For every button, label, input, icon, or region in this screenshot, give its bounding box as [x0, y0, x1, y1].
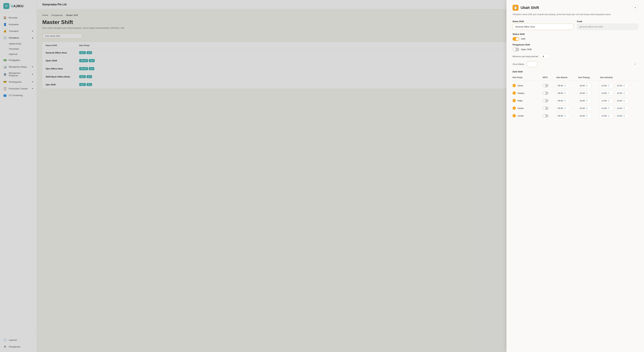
clock-icon: 🕐 [586, 107, 588, 109]
jam-pulang-field[interactable]: 18.00 🕐 [578, 83, 591, 88]
jam-pulang-field[interactable]: 18.00 🕐 [578, 91, 591, 96]
istirahat-start-field[interactable]: 12.00 🕐 [600, 98, 613, 103]
schedule-row: ✓ Selasa 09.00 🕐 18.00 🕐 12.00 🕐 [512, 90, 638, 97]
nama-shift-input[interactable] [512, 24, 574, 30]
modal-ubah-shift: 📋 Ubah Shift ✕ Tentukan nama shift, jam … [506, 0, 644, 352]
kode-label: Kode [577, 20, 638, 23]
wfo-toggle[interactable] [543, 92, 548, 95]
istirahat-start-field[interactable]: 12.00 🕐 [600, 106, 613, 111]
jam-pulang-senin: 18.00 🕐 [578, 83, 600, 88]
dash: - [614, 100, 614, 102]
istirahat-senin: 12.00 🕐 - 13.00 🕐 [600, 83, 633, 88]
day-check-selasa: ✓ Selasa [512, 92, 543, 95]
istirahat-end-field[interactable]: 13.00 🕐 [615, 106, 628, 111]
nama-shift-group: Nama Shift [512, 20, 574, 30]
wfo-toggle[interactable] [543, 99, 548, 102]
schedule-rows-container: ✓ Senin 09.00 🕐 18.00 🕐 12.00 🕐 [512, 82, 638, 120]
min-jam-row: Minimum jam kerja perhari [512, 54, 638, 59]
detil-shift-section: Detil Shift Hari Kerja WFO Jam Masuk Jam… [512, 70, 638, 120]
status-toggle-row: Aktif [512, 37, 638, 41]
modal-shift-icon: 📋 [512, 5, 518, 11]
istirahat-selasa: 12.00 🕐 - 13.00 🕐 [600, 91, 633, 96]
wfo-toggle[interactable] [543, 114, 548, 118]
clock-icon: 🕐 [564, 84, 566, 87]
day-check-rabu: ✓ Rabu [512, 99, 543, 102]
day-checkbox-senin[interactable]: ✓ [512, 84, 516, 87]
dash: - [614, 84, 614, 87]
col-hari-kerja: Hari Kerja [512, 76, 543, 79]
day-name: Jumat [518, 114, 524, 117]
day-checkbox-rabu[interactable]: ✓ [512, 99, 516, 102]
dash: - [614, 107, 614, 109]
jam-masuk-field[interactable]: 09.00 🕐 [556, 98, 570, 103]
istirahat-start-field[interactable]: 12.00 🕐 [600, 91, 613, 96]
nama-shift-label: Nama Shift [512, 20, 574, 23]
day-check-senin: ✓ Senin [512, 84, 543, 87]
istirahat-end-field[interactable]: 13.00 🕐 [615, 91, 628, 96]
istirahat-end-field[interactable]: 13.00 🕐 [615, 98, 628, 103]
istirahat-end-field[interactable]: 13.00 🕐 [615, 113, 628, 118]
day-name: Kamis [518, 107, 524, 110]
open-shift-toggle[interactable] [512, 48, 519, 51]
jam-pulang-field[interactable]: 18.00 🕐 [578, 106, 591, 111]
zona-waktu-select[interactable]: WIB WITA WIT [527, 61, 537, 67]
clock-icon: 🕐 [564, 100, 566, 102]
istirahat-rabu: 12.00 🕐 - 13.00 🕐 [600, 98, 633, 103]
jam-pulang-selasa: 18.00 🕐 [578, 91, 600, 96]
jam-masuk-field[interactable]: 09.00 🕐 [556, 83, 570, 88]
jam-masuk-selasa: 09.00 🕐 [556, 91, 578, 96]
wfo-toggle-senin [543, 84, 556, 87]
jam-masuk-field[interactable]: 09.00 🕐 [556, 113, 570, 118]
clock-icon: 🕐 [623, 100, 625, 102]
min-jam-input[interactable] [540, 54, 549, 59]
day-name: Senin [518, 84, 523, 87]
toggle-knob [543, 92, 546, 94]
clock-icon: 🕐 [564, 92, 566, 94]
clock-icon: 🕐 [608, 84, 610, 87]
toggle-knob [543, 100, 546, 102]
schedule-row: ✓ Rabu 09.00 🕐 18.00 🕐 12.00 🕐 - [512, 97, 638, 104]
toggle-knob [516, 38, 519, 40]
col-wfo: WFO [543, 76, 556, 79]
clock-icon: 🕐 [586, 84, 588, 87]
jam-masuk-jumat: 09.00 🕐 [556, 113, 578, 118]
clock-icon: 🕐 [586, 92, 588, 94]
status-toggle[interactable] [512, 37, 519, 41]
clock-icon: 🕐 [586, 115, 588, 117]
wfo-toggle-selasa [543, 92, 556, 95]
istirahat-start-field[interactable]: 12.00 🕐 [600, 83, 613, 88]
jam-masuk-senin: 09.00 🕐 [556, 83, 578, 88]
jam-masuk-rabu: 09.00 🕐 [556, 98, 578, 103]
day-check-kamis: ✓ Kamis [512, 106, 543, 110]
jam-pulang-field[interactable]: 18.00 🕐 [578, 113, 591, 118]
jam-pulang-rabu: 18.00 🕐 [578, 98, 600, 103]
day-checkbox-kamis[interactable]: ✓ [512, 106, 516, 110]
min-jam-label: Minimum jam kerja perhari [512, 55, 538, 58]
istirahat-start-field[interactable]: 12.00 🕐 [600, 113, 613, 118]
istirahat-end-field[interactable]: 13.00 🕐 [615, 83, 628, 88]
day-checkbox-jumat[interactable]: ✓ [512, 114, 516, 118]
nama-kode-row: Nama Shift Kode [512, 20, 638, 30]
status-active-label: Aktif [521, 38, 525, 40]
clock-icon: 🕐 [608, 100, 610, 102]
clock-icon: 🕐 [623, 84, 625, 87]
schedule-row: ✓ Jumat 09.00 🕐 18.00 🕐 12.00 🕐 [512, 112, 638, 120]
wfo-toggle[interactable] [543, 84, 548, 87]
zona-waktu-row: Zona Waktu WIB WITA WIT [512, 61, 638, 67]
detil-shift-label: Detil Shift [512, 70, 638, 73]
istirahat-jumat: 12.00 🕐 - 13.00 🕐 [600, 113, 633, 118]
schedule-row: ✓ Senin 09.00 🕐 18.00 🕐 12.00 🕐 [512, 82, 638, 90]
wfo-toggle[interactable] [543, 107, 548, 110]
modal-close-button[interactable]: ✕ [632, 5, 638, 10]
modal-description: Tentukan nama shift, jam masuk dan pulan… [512, 13, 638, 16]
jam-masuk-field[interactable]: 09.00 🕐 [556, 106, 570, 111]
jam-masuk-kamis: 09.00 🕐 [556, 106, 578, 111]
day-checkbox-selasa[interactable]: ✓ [512, 92, 516, 95]
jam-pulang-field[interactable]: 18.00 🕐 [578, 98, 591, 103]
jam-masuk-field[interactable]: 09.00 🕐 [556, 91, 570, 96]
toggle-knob [513, 48, 516, 51]
clock-icon: 🕐 [586, 100, 588, 102]
clock-icon: 🕐 [623, 107, 625, 109]
dash: - [614, 92, 614, 94]
jam-pulang-jumat: 18.00 🕐 [578, 113, 600, 118]
